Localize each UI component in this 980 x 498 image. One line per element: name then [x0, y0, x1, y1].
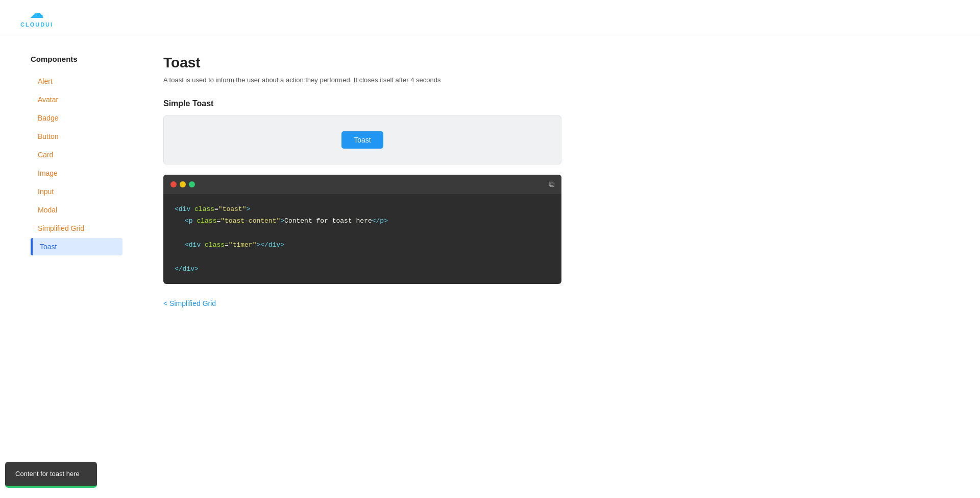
- dot-red: [170, 181, 177, 187]
- demo-box: Toast: [163, 115, 561, 164]
- sidebar-item-badge[interactable]: Badge: [31, 109, 122, 127]
- sidebar-title: Components: [31, 55, 122, 63]
- sidebar-item-alert[interactable]: Alert: [31, 73, 122, 90]
- sidebar-item-image[interactable]: Image: [31, 164, 122, 182]
- sidebar-item-card[interactable]: Card: [31, 146, 122, 163]
- main-layout: Components Alert Avatar Badge Button Car…: [0, 34, 980, 496]
- cloud-icon: ☁: [30, 6, 44, 20]
- sidebar-item-modal[interactable]: Modal: [31, 201, 122, 219]
- sidebar-item-avatar[interactable]: Avatar: [31, 91, 122, 108]
- nav-links: < Simplified Grid: [163, 299, 561, 307]
- dot-yellow: [180, 181, 186, 187]
- nav-back-link[interactable]: < Simplified Grid: [163, 299, 216, 307]
- toast-notification: Content for toast here: [5, 462, 97, 488]
- content-area: Toast A toast is used to inform the user…: [133, 34, 592, 496]
- copy-icon[interactable]: ⧉: [549, 180, 554, 189]
- sidebar-item-simplified-grid[interactable]: Simplified Grid: [31, 220, 122, 237]
- code-block: ⧉ <div class="toast"> <p class="toast-co…: [163, 175, 561, 284]
- code-body: <div class="toast"> <p class="toast-cont…: [163, 194, 561, 284]
- page-title: Toast: [163, 55, 561, 71]
- sidebar-item-toast[interactable]: Toast: [31, 238, 122, 255]
- sidebar-item-input[interactable]: Input: [31, 183, 122, 200]
- page-description: A toast is used to inform the user about…: [163, 76, 561, 84]
- header: ☁ CLOUDUI: [0, 0, 980, 34]
- code-titlebar: ⧉: [163, 175, 561, 194]
- dot-green: [189, 181, 195, 187]
- logo[interactable]: ☁ CLOUDUI: [20, 6, 53, 28]
- logo-text: CLOUDUI: [20, 21, 53, 28]
- toast-trigger-button[interactable]: Toast: [341, 131, 383, 149]
- sidebar-item-button[interactable]: Button: [31, 128, 122, 145]
- section-title: Simple Toast: [163, 99, 561, 108]
- titlebar-dots: [170, 181, 195, 187]
- sidebar: Components Alert Avatar Badge Button Car…: [0, 34, 133, 496]
- toast-message: Content for toast here: [15, 470, 80, 478]
